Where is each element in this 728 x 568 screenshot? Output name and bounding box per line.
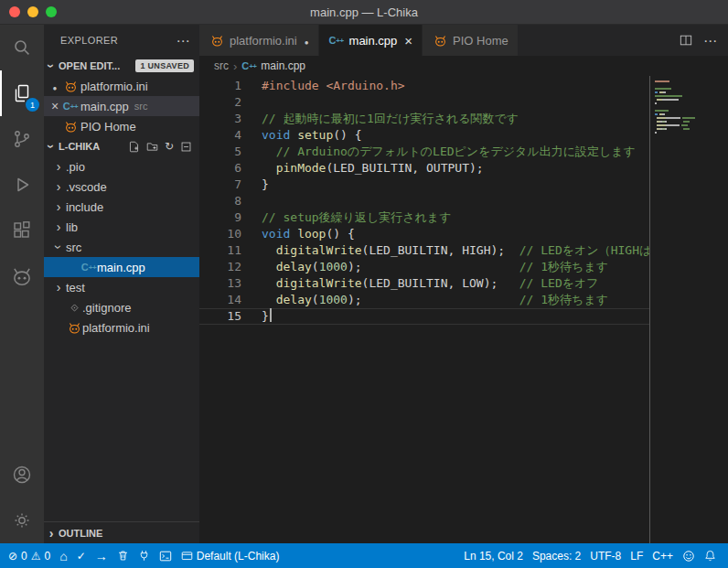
code-lines: 1#include <Arduino.h>23// 起動時に最初に1回だけ実行さ…: [199, 78, 649, 325]
eol-indicator[interactable]: LF: [626, 543, 648, 568]
source-control-icon[interactable]: [0, 116, 44, 162]
breadcrumb-item-src[interactable]: src: [214, 59, 229, 72]
code-text: void loop() {: [241, 226, 355, 242]
tab-platformio-ini[interactable]: platformio.ini: [199, 25, 319, 56]
code-text: delay(1000); // 1秒待ちます: [241, 292, 608, 308]
code-text: // ArduinoのデフォルトのLEDピンをデジタル出力に設定します: [241, 144, 636, 160]
code-line-2[interactable]: 2: [199, 94, 649, 111]
platformio-file-icon: [209, 34, 225, 48]
titlebar: main.cpp — L-Chika: [0, 0, 728, 25]
tab-label: PIO Home: [453, 34, 509, 48]
errors-icon: ⊘: [8, 551, 17, 562]
tree-item-gitignore[interactable]: .gitignore: [44, 297, 199, 317]
code-line-15[interactable]: 15}: [199, 308, 649, 325]
code-line-12[interactable]: 12 delay(1000); // 1秒待ちます: [199, 259, 649, 275]
breadcrumb-item-main-cpp[interactable]: main.cpp: [261, 59, 305, 72]
code-line-11[interactable]: 11 digitalWrite(LED_BUILTIN, HIGH); // L…: [199, 242, 649, 259]
home-icon: ⌂: [59, 550, 67, 563]
open-editors-header[interactable]: OPEN EDIT... 1 UNSAVED: [44, 56, 199, 76]
arrow-right-icon: →: [95, 550, 108, 563]
sidebar-more-actions-icon[interactable]: ⋯: [177, 34, 190, 48]
problems-indicator[interactable]: ⊘ 0 ⚠ 0: [4, 543, 55, 568]
new-file-icon[interactable]: [128, 141, 140, 153]
serial-monitor-button[interactable]: [134, 543, 155, 568]
run-debug-icon[interactable]: [0, 162, 44, 208]
explorer-icon[interactable]: 1: [0, 70, 44, 116]
open-editor-platformio-ini[interactable]: platformio.ini: [44, 76, 199, 96]
code-line-9[interactable]: 9// setup後繰り返し実行されます: [199, 209, 649, 226]
encoding[interactable]: UTF-8: [585, 543, 626, 568]
pio-home-button[interactable]: ⌂: [55, 543, 71, 568]
code-line-13[interactable]: 13 digitalWrite(LED_BUILTIN, LOW); // LE…: [199, 275, 649, 292]
tree-item-src[interactable]: src: [44, 237, 199, 257]
pio-build-button[interactable]: ✓: [72, 543, 91, 568]
cursor-position[interactable]: Ln 15, Col 2: [459, 543, 528, 568]
terminal-button[interactable]: [155, 543, 177, 568]
warnings-icon: ⚠: [31, 551, 41, 562]
code-text: pinMode(LED_BUILTIN, OUTPUT);: [241, 160, 484, 177]
account-icon[interactable]: [0, 452, 44, 498]
feedback-icon[interactable]: [678, 543, 700, 568]
notifications-bell-icon[interactable]: [700, 543, 721, 568]
code-text: }: [241, 308, 272, 325]
code-line-14[interactable]: 14 delay(1000); // 1秒待ちます: [199, 292, 649, 308]
unsaved-badge: 1 UNSAVED: [135, 59, 194, 72]
extensions-icon[interactable]: [0, 208, 44, 253]
project-env-selector[interactable]: Default (L-Chika): [177, 543, 284, 568]
code-line-3[interactable]: 3// 起動時に最初に1回だけ実行される関数です: [199, 111, 649, 127]
minimize-window-button[interactable]: [27, 6, 38, 17]
project-header[interactable]: L-CHIKA ↻: [44, 136, 199, 156]
code-line-8[interactable]: 8: [199, 193, 649, 209]
code-area[interactable]: 1#include <Arduino.h>23// 起動時に最初に1回だけ実行さ…: [199, 76, 649, 543]
language-mode[interactable]: C++: [648, 543, 678, 568]
close-tab-icon[interactable]: [401, 33, 412, 48]
open-editor-main-cpp[interactable]: C++main.cppsrc: [44, 96, 199, 116]
git-file-icon: [66, 302, 82, 314]
tab-pio-home[interactable]: PIO Home: [423, 25, 519, 56]
tree-item-label: .vscode: [66, 180, 107, 194]
code-line-6[interactable]: 6 pinMode(LED_BUILTIN, OUTPUT);: [199, 160, 649, 177]
code-line-4[interactable]: 4void setup() {: [199, 127, 649, 144]
tree-item-platformio-ini[interactable]: platformio.ini: [44, 317, 199, 338]
tab-label: main.cpp: [349, 34, 398, 48]
split-editor-icon[interactable]: [680, 34, 692, 47]
platformio-icon[interactable]: [0, 253, 44, 299]
collapse-all-icon[interactable]: [180, 141, 192, 153]
tree-item-lib[interactable]: lib: [44, 217, 199, 237]
code-text: #include <Arduino.h>: [241, 78, 405, 94]
open-editor-pio-home[interactable]: PIO Home: [44, 116, 199, 136]
code-text: // setup後繰り返し実行されます: [241, 209, 451, 226]
tree-item-include[interactable]: include: [44, 197, 199, 217]
tab-label: platformio.ini: [230, 34, 297, 48]
code-line-1[interactable]: 1#include <Arduino.h>: [199, 78, 649, 94]
project-env-icon: [181, 550, 193, 562]
tree-item-pio[interactable]: .pio: [44, 156, 199, 177]
sidebar-title-bar: EXPLORER ⋯: [44, 25, 199, 56]
close-window-button[interactable]: [9, 6, 20, 17]
sidebar-empty-space: [44, 338, 199, 521]
pio-upload-button[interactable]: →: [91, 543, 112, 568]
new-folder-icon[interactable]: [146, 141, 158, 153]
line-number: 3: [199, 111, 241, 127]
tree-item-test[interactable]: test: [44, 277, 199, 297]
activity-bar-spacer: [0, 299, 44, 452]
search-icon[interactable]: [0, 25, 44, 70]
pio-clean-button[interactable]: [112, 543, 134, 568]
settings-gear-icon[interactable]: [0, 498, 44, 543]
refresh-icon[interactable]: ↻: [165, 140, 174, 153]
line-number: 1: [199, 78, 241, 94]
indentation[interactable]: Spaces: 2: [528, 543, 585, 568]
line-number: 9: [199, 209, 241, 226]
close-icon[interactable]: [48, 99, 62, 113]
code-line-7[interactable]: 7}: [199, 177, 649, 193]
tab-main-cpp[interactable]: C++ main.cpp: [319, 25, 423, 56]
code-line-10[interactable]: 10void loop() {: [199, 226, 649, 242]
line-number: 11: [199, 242, 241, 259]
zoom-window-button[interactable]: [46, 6, 57, 17]
tree-item-vscode[interactable]: .vscode: [44, 177, 199, 197]
code-line-5[interactable]: 5 // ArduinoのデフォルトのLEDピンをデジタル出力に設定します: [199, 144, 649, 160]
more-actions-icon[interactable]: ⋯: [703, 34, 717, 48]
outline-header[interactable]: OUTLINE: [44, 521, 199, 543]
tree-item-main-cpp[interactable]: C++main.cpp: [44, 257, 199, 277]
minimap[interactable]: [649, 76, 728, 543]
